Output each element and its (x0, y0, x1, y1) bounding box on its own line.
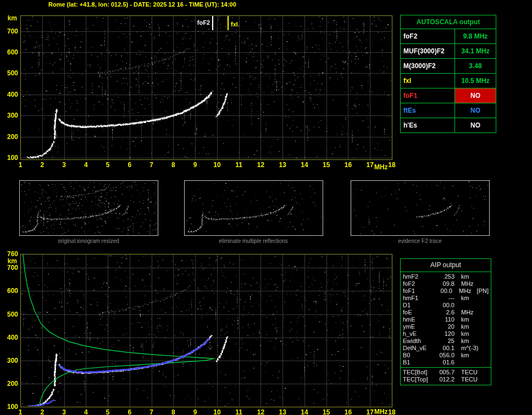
param-name: foF2 (403, 280, 436, 287)
param-unit: km (461, 316, 469, 323)
param-value: --- (436, 295, 455, 302)
aip-row-fof2: foF2 09.8 MHz (401, 280, 491, 287)
param-value: 005.7 (436, 369, 455, 376)
param-unit: km (461, 295, 469, 302)
param-value: 9.8 MHz (455, 29, 496, 44)
param-name: Ewidth (403, 337, 436, 345)
param-value: 056.0 (436, 352, 455, 359)
aip-row-ewidth: Ewidth 25 km (401, 337, 491, 345)
thumbnail-caption-original: original ionogram resized (19, 238, 158, 244)
param-label: fxI (401, 74, 455, 88)
param-value: 09.8 (436, 280, 455, 287)
param-name: ymE (403, 323, 436, 330)
aip-row-yme: ymE 20 km (401, 323, 491, 330)
param-name: foE (403, 309, 436, 316)
param-name: hmF2 (403, 273, 436, 280)
aip-row-hmf2: hmF2 253 km (401, 273, 491, 280)
aip-row-b0: B0 056.0 km (401, 352, 491, 359)
param-label: h'Es (401, 118, 455, 133)
separator (401, 272, 491, 272)
autoscala-row-fof1: foF1 NO (401, 88, 496, 103)
param-name: B1 (403, 359, 436, 366)
autoscala-row-ftes: ftEs NO (401, 103, 496, 118)
param-value: 00.0 (436, 302, 455, 309)
param-name: h_vE (403, 330, 436, 337)
param-name: foF1 (403, 287, 434, 295)
param-value: 253 (436, 273, 455, 280)
aip-row-hve: h_vE 120 km (401, 330, 491, 337)
param-value: 01.6 (436, 359, 455, 366)
param-unit: TECU (461, 369, 478, 376)
autoscala-title: AUTOSCALA output (401, 15, 496, 29)
param-name: B0 (403, 352, 436, 359)
param-value: 3.48 (455, 59, 496, 74)
aip-row-b1: B1 01.6 (401, 359, 491, 366)
separator (401, 367, 491, 368)
param-value: 00.0 (434, 287, 452, 295)
param-name: DelN_vE (403, 345, 436, 352)
param-name: TEC[Bot] (403, 369, 436, 376)
param-unit: km (461, 352, 469, 359)
param-name: TEC[Top] (403, 376, 436, 383)
param-label: ftEs (401, 103, 455, 118)
param-value: 20 (436, 323, 455, 330)
param-label: foF2 (401, 29, 455, 44)
param-unit: MHz (461, 280, 474, 287)
autoscala-row-fof2: foF2 9.8 MHz (401, 29, 496, 44)
aip-row-tectop: TEC[Top] 012.2 TECU (401, 376, 491, 383)
param-value: NO (455, 118, 496, 133)
param-unit: MHz (461, 309, 474, 316)
param-label: M(3000)F2 (401, 59, 455, 74)
aip-row-fof1: foF1 00.0 MHz [PN] (401, 287, 491, 295)
param-unit: km (461, 337, 469, 345)
autoscala-window: Rome (lat: +41.8, lon: 012.5) - DATE: 20… (0, 0, 532, 415)
param-name: D1 (403, 302, 436, 309)
param-value: 34.1 MHz (455, 44, 496, 59)
param-unit: km (461, 273, 469, 280)
autoscala-table: AUTOSCALA output foF2 9.8 MHz MUF(3000)F… (400, 15, 496, 133)
param-value: 10.5 MHz (455, 74, 496, 88)
param-value: NO (455, 88, 496, 103)
param-unit: MHz (459, 287, 472, 295)
param-value: NO (455, 103, 496, 118)
autoscala-row-fxi: fxI 10.5 MHz (401, 74, 496, 88)
param-unit: m^(-3) (461, 345, 478, 352)
thumbnail-caption-f2trace: evidence F2 trace (351, 238, 489, 244)
aip-row-d1: D1 00.0 (401, 302, 491, 309)
aip-row-delnve: DelN_vE 00.1 m^(-3) (401, 345, 491, 352)
aip-row-hmf1: hmF1 --- km (401, 295, 491, 302)
autoscala-row-muf3000f2: MUF(3000)F2 34.1 MHz (401, 44, 496, 59)
aip-row-tecbot: TEC[Bot] 005.7 TECU (401, 369, 491, 376)
aip-panel: AIP output hmF2 253 km foF2 09.8 MHz foF… (400, 258, 491, 385)
aip-title: AIP output (401, 259, 491, 270)
param-label: foF1 (401, 88, 455, 103)
autoscala-row-m3000f2: M(3000)F2 3.48 (401, 59, 496, 74)
param-value: 25 (436, 337, 455, 345)
param-unit: km (461, 330, 469, 337)
thumbnail-caption-reflections: eliminate multiple reflections (184, 238, 323, 244)
aip-row-foe: foE 2.6 MHz (401, 309, 491, 316)
aip-row-hme: hmE 110 km (401, 316, 491, 323)
page-title: Rome (lat: +41.8, lon: 012.5) - DATE: 20… (48, 1, 236, 8)
param-note: [PN] (477, 287, 489, 295)
param-value: 2.6 (436, 309, 455, 316)
param-value: 012.2 (436, 376, 455, 383)
param-name: hmF1 (403, 295, 436, 302)
param-value: 00.1 (436, 345, 455, 352)
param-value: 120 (436, 330, 455, 337)
param-unit: km (461, 323, 469, 330)
param-label: MUF(3000)F2 (401, 44, 455, 59)
param-unit: TECU (461, 376, 478, 383)
autoscala-row-hes: h'Es NO (401, 118, 496, 133)
param-name: hmE (403, 316, 436, 323)
param-value: 110 (436, 316, 455, 323)
